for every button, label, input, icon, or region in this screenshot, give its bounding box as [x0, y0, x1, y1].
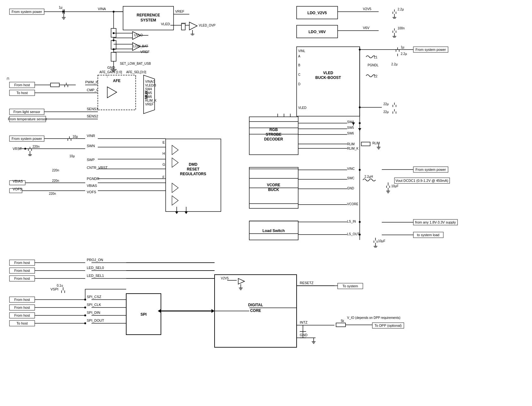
schematic-diagram: From system power 1µ VINA GND REFERENCE …: [0, 0, 532, 406]
mux-rlim-k: RLIM_K: [145, 99, 157, 102]
mux-sw6: SW6: [145, 95, 152, 99]
sw6-label: SW6: [347, 132, 354, 135]
from-system-power-vinl-label: From system power: [416, 48, 446, 51]
ldo-v6v-block: LDO_V6V: [309, 30, 326, 34]
svg-point-244: [359, 169, 361, 171]
to-dpp-label: To DPP (optional): [375, 324, 402, 327]
e-label: E: [163, 140, 165, 144]
pgndl-label: PGNDL: [368, 63, 379, 67]
svg-point-239: [113, 39, 115, 41]
vinr-label: VINR: [87, 134, 95, 138]
rlim-k-label: RLIM_K: [347, 147, 358, 150]
sw5-label: SW5: [347, 126, 354, 129]
svg-rect-17: [111, 40, 116, 49]
from-temp-sensor-label: From temperature sensor: [8, 117, 47, 121]
vref-comp-label: VREF: [140, 50, 150, 54]
v6v-label: V6V: [363, 26, 369, 30]
pgndr-label: PGNDR: [87, 177, 99, 181]
vinc-label: VINC: [347, 167, 355, 170]
spi-block: SPI: [140, 312, 146, 317]
spi-csz-label: SPI_CSZ: [87, 295, 101, 299]
cap-01u-label: 0.1u: [57, 284, 63, 287]
from-host-spidin-label: From host: [14, 313, 30, 317]
vled-pin-label: VLED: [298, 106, 306, 110]
from-system-power-label-1: From system power: [12, 10, 42, 14]
svg-point-227: [84, 322, 86, 324]
pin-b-label: B: [298, 63, 300, 67]
digital-core-block-1: DIGITAL: [248, 303, 263, 307]
vcore-buck-block-2: BUCK: [268, 188, 279, 192]
cap-2-2mu-v2v5-label: 2.2µ: [398, 8, 404, 11]
cap-22mu-1-label: 22µ: [383, 102, 389, 106]
afe-block: AFE: [113, 79, 121, 83]
f-label: F: [163, 175, 165, 179]
rgb-block-3: DECODER: [264, 137, 283, 141]
ldo-v2v5-block: LDO_V2V5: [307, 11, 327, 15]
afe-sel-label: AFE_SEL[3:0]: [126, 70, 146, 74]
g-label: G: [163, 163, 165, 166]
sens2-label: SENS2: [87, 114, 98, 118]
svg-rect-150: [297, 47, 360, 116]
cap-1mu-vinl-label: 1µ: [401, 45, 405, 49]
cap-10uf-label: 10µF: [391, 184, 399, 188]
proj-on-label: PROJ_ON: [87, 258, 103, 262]
sens1-label: SENS1: [87, 107, 98, 111]
svg-point-224: [84, 299, 86, 301]
reference-system-block2: SYSTEM: [140, 18, 156, 22]
h-label: H: [163, 152, 165, 155]
svg-rect-19: [111, 52, 116, 61]
svg-point-243: [359, 122, 361, 124]
svg-point-245: [359, 221, 361, 223]
svg-point-226: [84, 314, 86, 316]
svg-rect-116: [336, 323, 346, 327]
vspi-label: VSPI: [50, 287, 58, 291]
svg-point-242: [359, 106, 361, 108]
from-host-spiclk-label: From host: [14, 306, 30, 309]
vled-bb-block-2: BUCK-BOOST: [315, 75, 341, 80]
dmd-reset-block-2: RESET: [187, 167, 200, 171]
dmd-reset-block-3: REGULATORS: [180, 172, 206, 176]
dmd-reset-block-1: DMD: [189, 162, 198, 167]
vled-ovp-label: VLED_OVP: [199, 24, 216, 27]
vina-label: VINA: [98, 7, 106, 11]
resistor-5k-label: 5k: [341, 319, 345, 323]
to-host-spidout-label: To host: [16, 321, 27, 325]
to-system-label: To system: [342, 284, 358, 288]
vled-ref-label: VLED: [161, 22, 170, 26]
svg-point-240: [113, 48, 115, 50]
from-system-power-vinc-label: From system power: [416, 168, 446, 171]
svg-point-246: [359, 234, 361, 236]
vbias-left-label: VBIAS: [13, 179, 23, 183]
spi-din-label: SPI_DIN: [87, 311, 100, 314]
vcore-label: VCORE: [347, 202, 358, 206]
rgb-block-2: STROBE: [266, 132, 281, 137]
ls-in-label: LS_IN: [347, 220, 356, 223]
led-sel1-label: LED_SEL1: [87, 274, 104, 278]
cap-220n-2-label: 220n: [52, 169, 59, 172]
cap-220n-1-label: 220n: [33, 145, 39, 148]
pin-a-label: A: [298, 55, 300, 58]
cap-22mu-2-label: 22µ: [383, 110, 389, 114]
ls-out-label: LS_OUT: [347, 232, 359, 236]
cap-2-2mu-vinl-label: 2.2µ: [401, 52, 407, 56]
svg-rect-42: [181, 24, 185, 30]
svg-rect-46: [50, 83, 59, 87]
pin-d-label: D: [298, 82, 300, 86]
vio-note-label: V_IO (depends on DPP requirements): [347, 316, 400, 319]
svg-point-241: [359, 49, 361, 51]
cap-220n-vofs-label: 220n: [49, 192, 56, 195]
svg-point-238: [113, 32, 115, 34]
mux-vina3: VINA/3: [145, 80, 155, 83]
cap-10uf-ls-label: 10µF: [378, 239, 385, 243]
cap-100n-label: 100n: [398, 27, 405, 30]
vout-dcdc1-label: Vout DCDC1 (0.9-1.2V @ 450mA): [395, 179, 448, 182]
vofs-left-label: VOFS: [13, 187, 22, 191]
svg-point-250: [62, 11, 64, 13]
vbias-pin-label: VBIAS: [87, 184, 97, 188]
inductor-2-2uh-label: 2.2µH: [364, 175, 373, 178]
cap-1mu-label: 1µ: [59, 6, 62, 9]
from-host-led0-label: From host: [14, 269, 30, 272]
vofs-pin-label: VOFS: [87, 190, 96, 194]
svg-point-225: [84, 307, 86, 308]
mux-vref: VREF: [145, 103, 154, 106]
